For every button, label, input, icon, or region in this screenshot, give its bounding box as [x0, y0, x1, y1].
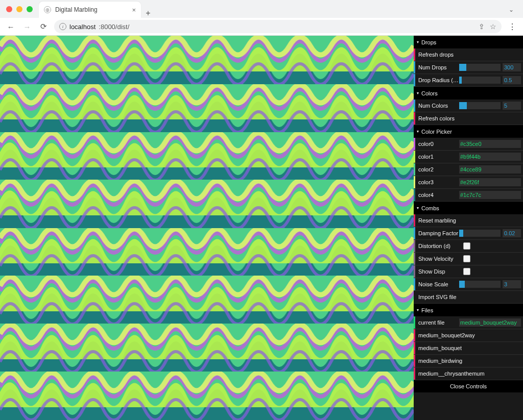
distortion-row: Distortion (d) — [414, 240, 523, 253]
noise-scale-row: Noise Scale 3 — [414, 278, 523, 291]
tab-close-icon[interactable]: × — [132, 6, 136, 14]
drop-radius-slider[interactable] — [459, 77, 501, 84]
caret-down-icon: ▾ — [417, 129, 419, 134]
import-svg-button[interactable]: Import SVG file — [414, 291, 523, 304]
window-minimize-icon[interactable] — [16, 6, 22, 12]
color2-input[interactable]: #4cce89 — [459, 165, 521, 174]
distortion-label: Distortion (d) — [415, 243, 459, 249]
caret-down-icon: ▾ — [417, 308, 419, 312]
color2-label: color2 — [415, 166, 459, 172]
noise-scale-slider[interactable] — [459, 281, 501, 288]
current-file-value[interactable]: medium_bouquet2way — [459, 318, 521, 327]
forward-button: → — [21, 21, 33, 32]
address-bar[interactable]: i localhost:8000/dist/ ⇪ ☆ — [54, 20, 502, 33]
folder-files[interactable]: ▾ Files — [414, 304, 523, 316]
color0-label: color0 — [415, 141, 459, 147]
folder-drops-label: Drops — [421, 39, 436, 45]
show-velocity-label: Show Velocity — [415, 256, 459, 262]
drop-radius-value[interactable]: 0.5 — [503, 76, 521, 84]
folder-drops[interactable]: ▾ Drops — [414, 36, 523, 48]
toolbar: ← → ⟳ i localhost:8000/dist/ ⇪ ☆ ⋮ — [0, 18, 523, 35]
caret-down-icon: ▾ — [417, 40, 419, 44]
color1-input[interactable]: #b9f44b — [459, 153, 521, 161]
show-disp-checkbox[interactable] — [463, 268, 470, 275]
show-velocity-checkbox[interactable] — [463, 255, 470, 262]
kebab-menu-icon[interactable]: ⋮ — [507, 21, 518, 32]
url-rest: :8000/dist/ — [99, 23, 129, 31]
color0-row: color0 #c35ce0 — [414, 138, 523, 151]
color2-row: color2 #4cce89 — [414, 163, 523, 176]
drop-radius-row: Drop Radius (in) 0.5 — [414, 74, 523, 87]
globe-icon: ◍ — [44, 6, 51, 13]
page-content: ▾ Drops Refresh drops Num Drops 300 Drop… — [0, 36, 523, 420]
file-item-2[interactable]: medium_birdwing — [414, 355, 523, 367]
caret-down-icon: ▾ — [417, 91, 419, 95]
num-drops-row: Num Drops 300 — [414, 61, 523, 74]
folder-colors[interactable]: ▾ Colors — [414, 87, 523, 100]
noise-scale-label: Noise Scale — [415, 281, 459, 287]
color3-label: color3 — [415, 179, 459, 185]
file-item-0[interactable]: medium_bouquet2way — [414, 329, 523, 342]
file-item-3[interactable]: medium__chrysanthemum — [414, 367, 523, 380]
marbling-pattern — [0, 36, 414, 420]
color1-row: color1 #b9f44b — [414, 151, 523, 163]
caret-down-icon: ▾ — [417, 206, 419, 210]
back-button[interactable]: ← — [5, 21, 16, 32]
folder-colors-label: Colors — [421, 90, 438, 96]
damping-value[interactable]: 0.02 — [503, 229, 521, 237]
folder-color-picker-label: Color Picker — [421, 129, 452, 135]
tabs-overflow-icon[interactable]: ⌄ — [509, 6, 514, 13]
reset-marbling-button[interactable]: Reset marbling — [414, 214, 523, 227]
file-item-1[interactable]: medium_bouquet — [414, 342, 523, 355]
svg-rect-1 — [0, 36, 414, 420]
color4-row: color4 #1c7c7c — [414, 189, 523, 202]
folder-combs[interactable]: ▾ Combs — [414, 202, 523, 214]
new-tab-button[interactable]: + — [141, 9, 155, 18]
noise-scale-value[interactable]: 3 — [503, 280, 521, 288]
num-colors-slider[interactable] — [459, 102, 501, 109]
site-info-icon[interactable]: i — [59, 23, 66, 30]
window-zoom-icon[interactable] — [27, 6, 33, 12]
color0-input[interactable]: #c35ce0 — [459, 140, 521, 148]
color3-row: color3 #e2f26f — [414, 176, 523, 189]
num-drops-slider[interactable] — [459, 64, 501, 71]
folder-files-label: Files — [421, 307, 433, 313]
distortion-checkbox[interactable] — [463, 242, 470, 250]
tab-bar: ◍ Digital Marbling × + ⌄ — [0, 0, 523, 18]
num-colors-label: Num Colors — [415, 103, 459, 109]
num-drops-value[interactable]: 300 — [503, 63, 521, 71]
marbling-canvas[interactable] — [0, 36, 414, 420]
color4-input[interactable]: #1c7c7c — [459, 191, 521, 199]
current-file-label: current file — [415, 319, 459, 326]
drop-radius-label: Drop Radius (in) — [415, 77, 459, 83]
damping-row: Damping Factor 0.02 — [414, 227, 523, 240]
color4-label: color4 — [415, 192, 459, 198]
window-close-icon[interactable] — [6, 6, 12, 12]
show-disp-row: Show Disp — [414, 265, 523, 278]
window-controls — [6, 6, 33, 12]
show-velocity-row: Show Velocity — [414, 253, 523, 265]
close-controls-button[interactable]: Close Controls — [414, 380, 523, 392]
folder-color-picker[interactable]: ▾ Color Picker — [414, 125, 523, 138]
color1-label: color1 — [415, 154, 459, 160]
damping-slider[interactable] — [459, 230, 501, 237]
damping-label: Damping Factor — [415, 230, 459, 236]
folder-combs-label: Combs — [421, 205, 439, 211]
browser-tab[interactable]: ◍ Digital Marbling × — [39, 2, 141, 18]
browser-chrome: ◍ Digital Marbling × + ⌄ ← → ⟳ i localho… — [0, 0, 523, 36]
bookmark-icon[interactable]: ☆ — [490, 22, 496, 31]
tab-title: Digital Marbling — [55, 6, 98, 13]
share-icon[interactable]: ⇪ — [479, 22, 485, 31]
num-drops-label: Num Drops — [415, 64, 459, 70]
url-host: localhost — [69, 23, 96, 31]
refresh-colors-button[interactable]: Refresh colors — [414, 112, 523, 125]
color3-input[interactable]: #e2f26f — [459, 178, 521, 186]
num-colors-row: Num Colors 5 — [414, 100, 523, 112]
controls-panel: ▾ Drops Refresh drops Num Drops 300 Drop… — [414, 36, 523, 420]
num-colors-value[interactable]: 5 — [503, 102, 521, 110]
refresh-drops-button[interactable]: Refresh drops — [414, 48, 523, 61]
current-file-row: current file medium_bouquet2way — [414, 316, 523, 329]
show-disp-label: Show Disp — [415, 268, 459, 275]
reload-button[interactable]: ⟳ — [38, 21, 49, 32]
